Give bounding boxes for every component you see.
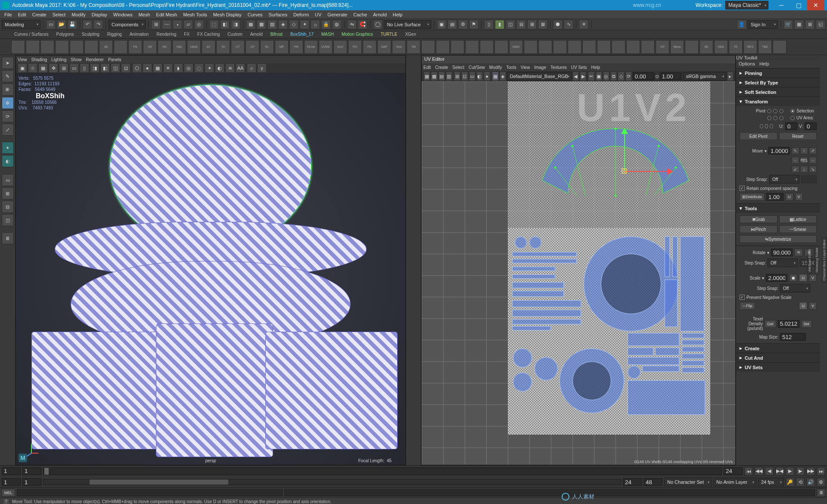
new-scene-button[interactable]: ▭ [46,20,56,29]
menu-select[interactable]: Select [50,11,68,18]
vp-image-plane-icon[interactable]: ▦ [38,63,48,73]
scale-uniform-button[interactable]: ◼ [789,274,797,282]
shelf-icon-40[interactable] [597,40,611,54]
vp-menu-show[interactable]: Show [71,57,81,62]
menu-edit[interactable]: Edit [16,11,29,18]
vp-aa-icon[interactable]: AA [236,63,245,73]
sound-button[interactable]: 🔊 [806,478,815,486]
open-scene-button[interactable]: 📂 [57,20,66,29]
timeline-current-frame[interactable] [2,467,21,475]
move-nw[interactable]: ↖ [792,147,799,154]
step-fwd-button[interactable]: ▶ [796,467,805,476]
right-tab-channel-box-layer-editor[interactable]: Channel Box / Layer Editor [822,237,827,283]
shelf-icon-PIx[interactable]: PIx [363,40,376,54]
uv-gamma-dropdown[interactable]: sRGB gamma [683,72,726,81]
shelf-icon-TE[interactable]: TE [729,40,743,54]
rotate-value-field[interactable] [771,249,793,256]
menu-uv[interactable]: UV [312,11,324,18]
menu-file[interactable]: File [2,11,15,18]
uv-v-field[interactable] [660,72,681,80]
hypershade-icon[interactable]: ⬢ [553,20,563,29]
vp-gate-mask-icon[interactable]: ◨ [90,63,99,73]
shelf-icon-Text[interactable]: Text [392,40,406,54]
shelf-icon-PO[interactable]: PO [348,40,362,54]
soft-mod-tool[interactable]: ◐ [2,155,14,167]
autokey-button[interactable]: 🔑 [786,478,794,486]
goto-start-button[interactable]: ⏮ [744,467,753,476]
shelf-tab-rigging[interactable]: Rigging [104,31,125,37]
render-settings-icon[interactable]: ⚙ [458,20,468,29]
move-rel[interactable]: REL [800,157,808,164]
construction-history-icon[interactable]: ◯ [373,20,382,29]
shelf-tab-custom[interactable]: Custom [224,31,245,37]
shelf-icon-31[interactable] [465,40,479,54]
shelf-icon-7[interactable] [114,40,127,54]
snap-curve-icon[interactable]: 〰 [162,20,171,29]
shelf-icon-All[interactable]: All [99,40,113,54]
section-cut-sew[interactable]: ▸ Cut And [736,353,820,362]
mask1-icon[interactable]: ▦ [246,20,255,29]
shelf-icon-TBE[interactable]: TBE [758,40,772,54]
shelf-icon-42[interactable] [626,40,640,54]
shelf-icon-0[interactable] [11,40,25,54]
shelf-icon-52[interactable] [773,40,787,54]
save-scene-button[interactable]: 💾 [68,20,77,29]
shelf-icon-hUV[interactable]: hUV [333,40,347,54]
uv-shade-icon[interactable]: ● [484,72,490,81]
scale-v-button[interactable]: V [809,274,817,282]
shelf-tab-arnold[interactable]: Arnold [247,31,266,37]
shelf-tab-mash[interactable]: MASH [318,31,337,37]
select-tool[interactable]: ➤ [2,57,14,69]
move-ne[interactable]: ↗ [809,147,817,154]
uv-menu-select[interactable]: Select [452,65,464,70]
snap-live-icon[interactable]: ◎ [194,20,204,29]
shelf-icon-MP[interactable]: MP [275,40,289,54]
shelf-icon-UVME[interactable]: UVME [319,40,333,54]
shelf-icon-GMH[interactable]: GMH [509,40,523,54]
time-slider[interactable] [43,467,722,475]
vp-shadows-icon[interactable]: ◗ [174,63,183,73]
shelf-tab-turtle[interactable]: TURTLE [378,31,401,37]
play-back-button[interactable]: ▶◀ [775,467,784,476]
panel-layout5-icon[interactable]: ⊞ [527,20,537,29]
rotate-tool[interactable]: ⟳ [2,110,14,122]
mode-switcher[interactable]: Modeling [2,20,40,29]
command-input[interactable] [17,489,283,496]
shelf-icon-38[interactable] [568,40,581,54]
vp-menu-panels[interactable]: Panels [108,57,121,62]
mask6-icon[interactable]: ✦ [300,20,309,29]
mask7-icon[interactable]: ☼ [311,20,320,29]
flip-v-button[interactable]: V [809,302,817,310]
layout-two-h-icon[interactable]: ⊟ [2,201,14,213]
move-n[interactable]: ↑ [800,147,808,154]
pivot-mr[interactable] [779,116,783,120]
distribute-field[interactable] [766,193,783,201]
xray-icon[interactable]: ✕ [579,20,588,29]
shelf-icon-CT[interactable]: CT [231,40,245,54]
layout-cycle-icon[interactable]: ⊞ [805,20,815,29]
move-e[interactable]: → [809,157,817,164]
sel-component-icon[interactable]: ◨ [231,20,240,29]
panel-layout2-icon[interactable]: ▮ [495,20,504,29]
vp-menu-view[interactable]: View [18,57,27,62]
uv-refresh-icon[interactable]: ⟳ [625,72,632,81]
section-pinning[interactable]: ▸ Pinning [736,68,820,78]
uv-copy-icon[interactable]: ⧉ [610,72,617,81]
shelf-icon-3[interactable] [55,40,69,54]
layout-four-icon[interactable]: ⊞ [2,187,14,199]
vp-motion-blur-icon[interactable]: ≋ [225,63,235,73]
vp-gamma-icon[interactable]: γ [257,63,267,73]
move-stepsnap-dropdown[interactable]: Off [769,175,799,184]
mask3-icon[interactable]: ▨ [267,20,277,29]
prevent-neg-scale-checkbox[interactable]: ✓ [740,295,745,300]
min-ui-icon[interactable]: ◱ [816,20,825,29]
scale-value-field[interactable] [766,274,787,282]
symmetrize-tool-button[interactable]: ⇋ Symmetrize [740,235,817,243]
graph-editor-icon[interactable]: ∿ [564,20,573,29]
section-transform[interactable]: ▾ Transform [736,97,820,106]
play-fwd-button[interactable]: ▶ [786,467,794,476]
scale-tool[interactable]: ⤢ [2,124,14,136]
pivot-tr[interactable] [779,109,783,113]
pivot-bl[interactable] [760,124,763,128]
shelf-icon-35[interactable] [524,40,538,54]
